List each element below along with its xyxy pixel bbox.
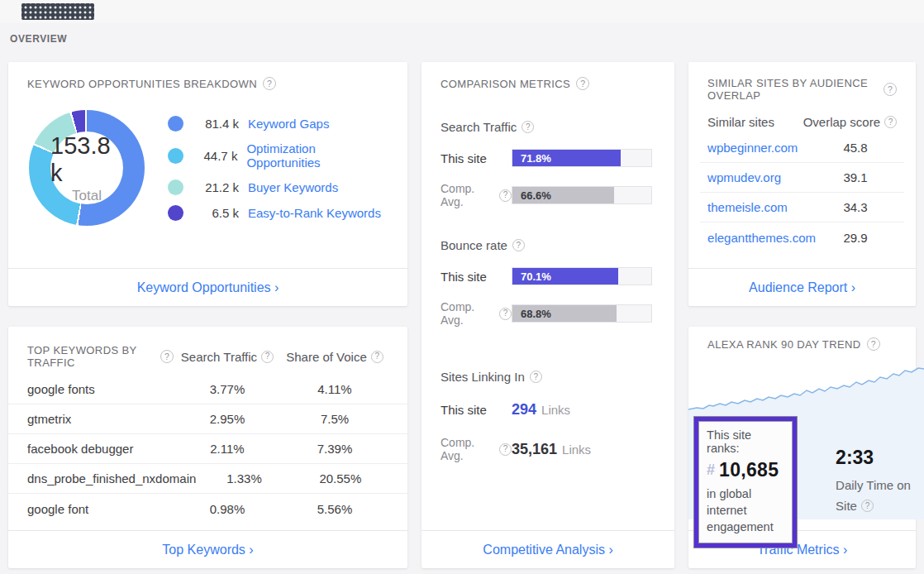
top-keywords-header: TOP KEYWORDS BY TRAFFIC ? Search Traffic… bbox=[8, 327, 407, 369]
share-of-voice-cell: 7.39% bbox=[281, 442, 388, 456]
metric-bar-fill: 71.8% bbox=[512, 150, 621, 166]
column-overlap-score-text: Overlap score bbox=[803, 115, 880, 129]
search-traffic-cell: 3.77% bbox=[174, 382, 281, 396]
similar-sites-header: Similar sites Overlap score ? bbox=[688, 102, 916, 129]
legend-dot-icon bbox=[168, 179, 183, 195]
legend-link[interactable]: Easy-to-Rank Keywords bbox=[248, 206, 381, 220]
similar-site-link[interactable]: wpmudev.org bbox=[707, 170, 816, 184]
similar-site-link[interactable]: themeisle.com bbox=[707, 200, 816, 214]
sites-linking-in-rows: This site294LinksComp. Avg.?35,161Links bbox=[441, 401, 655, 462]
metric-group-label-text: Bounce rate bbox=[441, 238, 507, 252]
keyword-cell: gtmetrix bbox=[27, 412, 174, 426]
legend-link[interactable]: Keyword Gaps bbox=[248, 117, 329, 131]
metric-bar: 68.8% bbox=[512, 304, 652, 323]
table-row: facebook debugger2.11%7.39% bbox=[8, 434, 407, 464]
metric-row-label-text: This site bbox=[441, 270, 487, 284]
metric-row: Comp. Avg.?68.8% bbox=[441, 300, 655, 327]
metric-bar-fill: 70.1% bbox=[512, 268, 618, 285]
legend-link[interactable]: Buyer Keywords bbox=[248, 180, 338, 194]
metric-row-label-text: Comp. Avg. bbox=[441, 182, 495, 208]
sites-linking-value[interactable]: 294 bbox=[512, 401, 536, 419]
top-keywords-link[interactable]: Top Keywords › bbox=[162, 543, 253, 557]
metric-group-label-text: Search Traffic bbox=[441, 120, 517, 134]
top-keywords-rows: google fonts3.77%4.11%gtmetrix2.95%7.5%f… bbox=[8, 375, 407, 524]
legend-value: 6.5 k bbox=[193, 206, 239, 220]
similar-site-link[interactable]: wpbeginner.com bbox=[707, 141, 816, 155]
help-icon[interactable]: ? bbox=[867, 337, 880, 351]
metric-row: Comp. Avg.?66.6% bbox=[441, 182, 655, 208]
help-icon[interactable]: ? bbox=[263, 77, 276, 90]
help-icon[interactable]: ? bbox=[512, 239, 525, 251]
sites-linking-row-label-text: This site bbox=[441, 403, 487, 417]
similar-site-row: wpbeginner.com45.8 bbox=[700, 133, 904, 163]
search-traffic-cell: 0.98% bbox=[174, 502, 281, 516]
daily-time-value: 2:33 bbox=[836, 447, 911, 469]
help-icon[interactable]: ? bbox=[499, 443, 512, 456]
top-keywords-footer: Top Keywords › bbox=[8, 530, 407, 568]
daily-time-block: 2:33 Daily Time on Site ? bbox=[836, 447, 911, 515]
help-icon[interactable]: ? bbox=[261, 351, 274, 363]
sites-linking-unit: Links bbox=[562, 442, 591, 457]
page-title: OVERVIEW bbox=[10, 33, 924, 45]
browser-toolbar bbox=[0, 0, 924, 23]
help-icon[interactable]: ? bbox=[576, 77, 589, 90]
metric-bar-fill: 68.8% bbox=[512, 305, 617, 322]
keyword-opportunities-link[interactable]: Keyword Opportunities › bbox=[137, 280, 279, 295]
share-of-voice-cell: 7.5% bbox=[281, 412, 388, 426]
help-icon[interactable]: ? bbox=[499, 308, 512, 320]
daily-time-label-line2: Site bbox=[836, 497, 857, 515]
alexa-rank-card: ALEXA RANK 90 DAY TREND ? This site rank… bbox=[688, 327, 916, 568]
similar-site-row: elegantthemes.com29.9 bbox=[700, 222, 904, 252]
similar-sites-title-text: SIMILAR SITES BY AUDIENCE OVERLAP bbox=[707, 77, 878, 102]
metric-bar-value: 71.8% bbox=[512, 152, 551, 165]
sites-linking-row: Comp. Avg.?35,161Links bbox=[441, 436, 655, 462]
similar-site-row: themeisle.com34.3 bbox=[700, 193, 904, 222]
top-keywords-title-text: TOP KEYWORDS BY TRAFFIC bbox=[27, 344, 155, 369]
comparison-groups: Search Traffic?This site71.8%Comp. Avg.?… bbox=[422, 90, 674, 327]
competitive-analysis-link[interactable]: Competitive Analysis › bbox=[483, 543, 612, 557]
sites-linking-in-label: Sites Linking In ? bbox=[441, 370, 655, 384]
audience-report-link[interactable]: Audience Report › bbox=[749, 280, 855, 295]
similar-site-row: wpmudev.org39.1 bbox=[700, 163, 904, 193]
similar-sites-footer: Audience Report › bbox=[688, 268, 916, 306]
metric-bar-fill: 66.6% bbox=[512, 187, 614, 203]
keyword-donut-chart: 153.8 k Total bbox=[29, 110, 145, 226]
sites-linking-value: 35,161 bbox=[512, 441, 557, 458]
metric-row: This site71.8% bbox=[441, 149, 655, 167]
sites-linking-in-label-text: Sites Linking In bbox=[441, 370, 525, 384]
help-icon[interactable]: ? bbox=[499, 189, 512, 202]
rank-trend-section: This site ranks: # 10,685 in global inte… bbox=[688, 357, 916, 528]
donut-total-label: Total bbox=[72, 188, 102, 204]
keyword-donut-section: 153.8 k Total 81.4 kKeyword Gaps44.7 kOp… bbox=[8, 110, 407, 231]
sites-linking-row-label: Comp. Avg.? bbox=[441, 436, 512, 462]
similar-sites-title: SIMILAR SITES BY AUDIENCE OVERLAP ? bbox=[688, 62, 916, 102]
help-icon[interactable]: ? bbox=[884, 116, 897, 128]
daily-time-label-line1: Daily Time on bbox=[836, 478, 911, 492]
column-similar-sites: Similar sites bbox=[707, 115, 803, 129]
help-icon[interactable]: ? bbox=[530, 371, 542, 383]
legend-item: 21.2 kBuyer Keywords bbox=[168, 179, 388, 195]
metric-bar-value: 66.6% bbox=[512, 189, 551, 202]
sites-linking-unit: Links bbox=[541, 403, 570, 417]
help-icon[interactable]: ? bbox=[861, 500, 874, 512]
overlap-score-value: 45.8 bbox=[816, 141, 895, 155]
help-icon[interactable]: ? bbox=[884, 83, 897, 96]
table-row: dns_probe_finished_nxdomain1.33%20.55% bbox=[8, 464, 407, 494]
metric-row-label-text: This site bbox=[441, 151, 487, 165]
sites-linking-row-label-text: Comp. Avg. bbox=[441, 436, 495, 462]
similar-site-link[interactable]: elegantthemes.com bbox=[707, 231, 816, 245]
metric-bar-value: 70.1% bbox=[512, 270, 551, 283]
legend-link[interactable]: Optimization Opportunities bbox=[246, 141, 388, 170]
share-of-voice-cell: 20.55% bbox=[293, 471, 388, 486]
help-icon[interactable]: ? bbox=[160, 350, 174, 363]
legend-dot-icon bbox=[168, 116, 183, 132]
rank-caption: in global internet engagement bbox=[707, 486, 784, 535]
legend-value: 44.7 k bbox=[193, 149, 237, 163]
keyword-cell: dns_probe_finished_nxdomain bbox=[27, 471, 196, 486]
comparison-metrics-title-text: COMPARISON METRICS bbox=[441, 78, 570, 90]
help-icon[interactable]: ? bbox=[522, 121, 534, 133]
overlap-score-value: 39.1 bbox=[816, 170, 895, 184]
keyword-cell: google fonts bbox=[27, 382, 174, 396]
share-of-voice-cell: 4.11% bbox=[281, 382, 388, 396]
help-icon[interactable]: ? bbox=[371, 351, 383, 363]
